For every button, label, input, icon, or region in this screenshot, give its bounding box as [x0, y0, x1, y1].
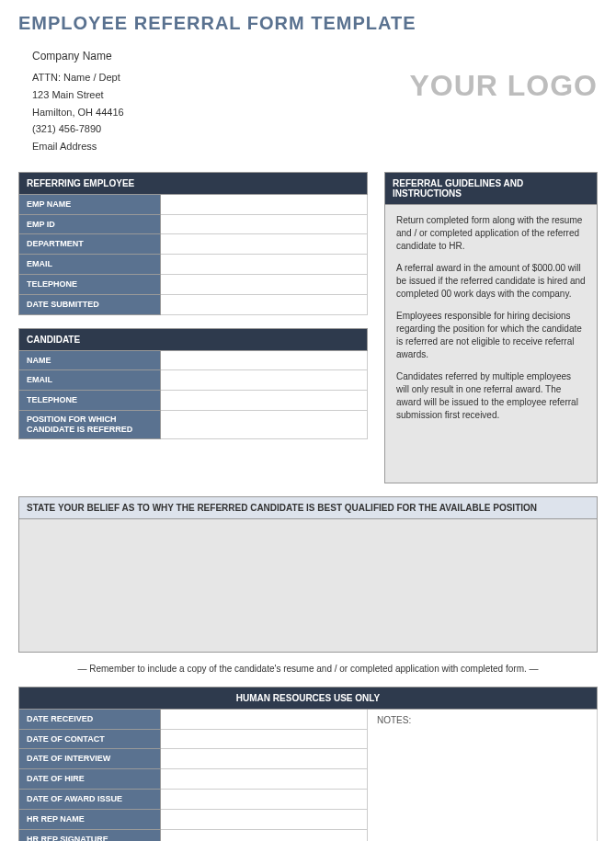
guidelines-p3: Employees responsible for hiring decisio… [396, 310, 586, 361]
label-cand-name: NAME [18, 351, 161, 371]
guidelines-p4: Candidates referred by multiple employee… [396, 370, 586, 422]
input-email[interactable] [161, 255, 368, 275]
label-date-hire: DATE OF HIRE [18, 769, 161, 790]
label-date-award: DATE OF AWARD ISSUE [18, 790, 161, 810]
reminder-text: — Remember to include a copy of the cand… [18, 664, 598, 674]
label-date-contact: DATE OF CONTACT [18, 730, 161, 750]
belief-header: STATE YOUR BELIEF AS TO WHY THE REFERRED… [18, 496, 598, 519]
company-info: Company Name ATTN: Name / Dept 123 Main … [18, 47, 124, 155]
company-name: Company Name [32, 47, 124, 65]
input-emp-id[interactable] [161, 215, 368, 235]
input-date-received[interactable] [161, 710, 368, 730]
label-telephone: TELEPHONE [18, 275, 161, 295]
input-cand-name[interactable] [161, 351, 368, 371]
hr-notes-label: NOTES: [377, 715, 411, 725]
label-date-interview: DATE OF INTERVIEW [18, 749, 161, 769]
hr-notes-box[interactable]: NOTES: [368, 710, 598, 841]
referring-employee-header: REFERRING EMPLOYEE [18, 172, 368, 195]
logo-placeholder: YOUR LOGO [409, 69, 598, 103]
label-rep-name: HR REP NAME [18, 810, 161, 830]
input-emp-name[interactable] [161, 195, 368, 215]
input-department[interactable] [161, 234, 368, 255]
label-department: DEPARTMENT [18, 234, 161, 255]
label-date-received: DATE RECEIVED [18, 710, 161, 730]
guidelines-header: REFERRAL GUIDELINES AND INSTRUCTIONS [384, 172, 598, 205]
company-email: Email Address [32, 138, 124, 155]
input-date-contact[interactable] [161, 730, 368, 750]
company-attn: ATTN: Name / Dept [32, 69, 124, 86]
input-date-interview[interactable] [161, 749, 368, 769]
guidelines-box: Return completed form along with the res… [384, 205, 598, 483]
label-email: EMAIL [18, 255, 161, 275]
input-cand-telephone[interactable] [161, 391, 368, 411]
guidelines-p1: Return completed form along with the res… [396, 214, 586, 253]
label-cand-email: EMAIL [18, 370, 161, 391]
belief-textarea[interactable] [18, 519, 598, 653]
input-rep-name[interactable] [161, 810, 368, 830]
label-cand-position: POSITION FOR WHICH CANDIDATE IS REFERRED [18, 411, 161, 439]
guidelines-p2: A referral award in the amount of $000.0… [396, 262, 586, 301]
label-emp-id: EMP ID [18, 215, 161, 235]
page-title: EMPLOYEE REFERRAL FORM TEMPLATE [18, 13, 598, 34]
input-date-hire[interactable] [161, 769, 368, 790]
input-cand-position[interactable] [161, 411, 368, 439]
label-rep-signature: HR REP SIGNATURE [18, 830, 161, 841]
input-cand-email[interactable] [161, 370, 368, 391]
hr-header: HUMAN RESOURCES USE ONLY [18, 687, 598, 710]
label-date-submitted: DATE SUBMITTED [18, 295, 161, 315]
company-city: Hamilton, OH 44416 [32, 104, 124, 121]
company-phone: (321) 456-7890 [32, 120, 124, 138]
label-cand-telephone: TELEPHONE [18, 391, 161, 411]
candidate-header: CANDIDATE [18, 328, 368, 351]
input-telephone[interactable] [161, 275, 368, 295]
input-date-award[interactable] [161, 790, 368, 810]
input-rep-signature[interactable] [161, 830, 368, 841]
input-date-submitted[interactable] [161, 295, 368, 315]
label-emp-name: EMP NAME [18, 195, 161, 215]
company-street: 123 Main Street [32, 86, 124, 104]
